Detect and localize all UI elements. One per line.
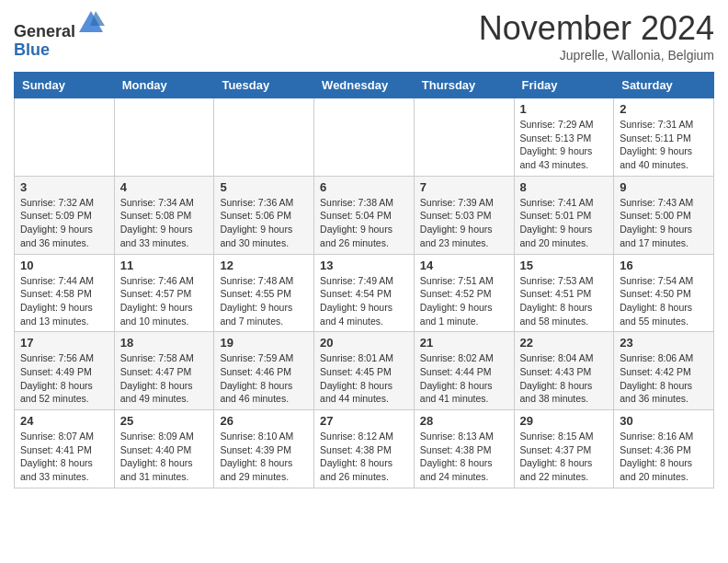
calendar-week-row: 24Sunrise: 8:07 AM Sunset: 4:41 PM Dayli… [15, 410, 714, 488]
day-info: Sunrise: 7:41 AM Sunset: 5:01 PM Dayligh… [520, 196, 609, 250]
day-info: Sunrise: 7:46 AM Sunset: 4:57 PM Dayligh… [120, 274, 209, 328]
day-number: 28 [420, 414, 508, 428]
day-number: 29 [520, 414, 609, 428]
table-row: 28Sunrise: 8:13 AM Sunset: 4:38 PM Dayli… [414, 410, 514, 488]
table-row: 25Sunrise: 8:09 AM Sunset: 4:40 PM Dayli… [114, 410, 214, 488]
table-row: 8Sunrise: 7:41 AM Sunset: 5:01 PM Daylig… [514, 176, 614, 254]
calendar-week-row: 10Sunrise: 7:44 AM Sunset: 4:58 PM Dayli… [15, 254, 714, 332]
day-info: Sunrise: 8:07 AM Sunset: 4:41 PM Dayligh… [20, 430, 108, 484]
calendar-week-row: 1Sunrise: 7:29 AM Sunset: 5:13 PM Daylig… [15, 98, 714, 177]
day-info: Sunrise: 7:32 AM Sunset: 5:09 PM Dayligh… [20, 196, 108, 250]
day-number: 13 [320, 259, 408, 272]
day-info: Sunrise: 7:43 AM Sunset: 5:00 PM Dayligh… [620, 196, 708, 250]
day-number: 19 [220, 336, 308, 350]
day-info: Sunrise: 8:16 AM Sunset: 4:36 PM Dayligh… [620, 430, 708, 484]
col-friday: Friday [514, 73, 614, 98]
table-row: 18Sunrise: 7:58 AM Sunset: 4:47 PM Dayli… [114, 332, 214, 410]
table-row: 7Sunrise: 7:39 AM Sunset: 5:03 PM Daylig… [414, 176, 514, 254]
table-row [114, 98, 214, 177]
table-row: 29Sunrise: 8:15 AM Sunset: 4:37 PM Dayli… [514, 410, 614, 488]
day-number: 9 [620, 180, 708, 194]
calendar-week-row: 3Sunrise: 7:32 AM Sunset: 5:09 PM Daylig… [15, 176, 714, 254]
table-row [314, 98, 415, 177]
table-row: 5Sunrise: 7:36 AM Sunset: 5:06 PM Daylig… [214, 176, 314, 254]
day-number: 26 [220, 414, 308, 428]
day-info: Sunrise: 8:10 AM Sunset: 4:39 PM Dayligh… [220, 430, 308, 484]
table-row [15, 98, 115, 177]
day-info: Sunrise: 7:58 AM Sunset: 4:47 PM Dayligh… [120, 351, 209, 406]
day-info: Sunrise: 7:51 AM Sunset: 4:52 PM Dayligh… [420, 274, 508, 328]
table-row: 15Sunrise: 7:53 AM Sunset: 4:51 PM Dayli… [514, 254, 614, 332]
day-number: 14 [420, 259, 508, 272]
day-info: Sunrise: 7:36 AM Sunset: 5:06 PM Dayligh… [220, 196, 308, 250]
day-info: Sunrise: 7:59 AM Sunset: 4:46 PM Dayligh… [220, 351, 308, 406]
day-info: Sunrise: 7:44 AM Sunset: 4:58 PM Dayligh… [20, 274, 108, 328]
table-row: 23Sunrise: 8:06 AM Sunset: 4:42 PM Dayli… [614, 332, 714, 410]
table-row: 22Sunrise: 8:04 AM Sunset: 4:43 PM Dayli… [514, 332, 614, 410]
day-number: 10 [20, 259, 108, 272]
day-info: Sunrise: 8:13 AM Sunset: 4:38 PM Dayligh… [420, 430, 508, 484]
day-info: Sunrise: 8:01 AM Sunset: 4:45 PM Dayligh… [320, 351, 408, 406]
col-tuesday: Tuesday [214, 73, 314, 98]
day-number: 18 [120, 336, 209, 350]
logo: General Blue [14, 9, 105, 60]
col-sunday: Sunday [15, 73, 115, 98]
table-row: 30Sunrise: 8:16 AM Sunset: 4:36 PM Dayli… [614, 410, 714, 488]
table-row: 13Sunrise: 7:49 AM Sunset: 4:54 PM Dayli… [314, 254, 415, 332]
day-number: 15 [520, 259, 609, 272]
logo-blue-text: Blue [14, 40, 50, 59]
table-row: 3Sunrise: 7:32 AM Sunset: 5:09 PM Daylig… [15, 176, 115, 254]
day-number: 16 [620, 259, 708, 272]
day-number: 23 [620, 336, 708, 350]
header: General Blue November 2024 Juprelle, Wal… [14, 9, 714, 63]
day-info: Sunrise: 8:04 AM Sunset: 4:43 PM Dayligh… [520, 351, 609, 406]
day-info: Sunrise: 7:49 AM Sunset: 4:54 PM Dayligh… [320, 274, 408, 328]
day-info: Sunrise: 7:29 AM Sunset: 5:13 PM Dayligh… [520, 118, 609, 172]
day-info: Sunrise: 7:39 AM Sunset: 5:03 PM Dayligh… [420, 196, 508, 250]
day-info: Sunrise: 7:48 AM Sunset: 4:55 PM Dayligh… [220, 274, 308, 328]
day-info: Sunrise: 7:56 AM Sunset: 4:49 PM Dayligh… [20, 351, 108, 406]
day-number: 30 [620, 414, 708, 428]
day-number: 1 [520, 102, 609, 116]
table-row: 24Sunrise: 8:07 AM Sunset: 4:41 PM Dayli… [15, 410, 115, 488]
day-number: 7 [420, 180, 508, 194]
day-number: 24 [20, 414, 108, 428]
day-number: 21 [420, 336, 508, 350]
day-number: 3 [20, 180, 108, 194]
table-row: 9Sunrise: 7:43 AM Sunset: 5:00 PM Daylig… [614, 176, 714, 254]
day-number: 25 [120, 414, 209, 428]
table-row: 14Sunrise: 7:51 AM Sunset: 4:52 PM Dayli… [414, 254, 514, 332]
day-number: 12 [220, 259, 308, 272]
day-info: Sunrise: 7:31 AM Sunset: 5:11 PM Dayligh… [620, 118, 708, 172]
col-monday: Monday [114, 73, 214, 98]
logo-icon [77, 9, 105, 37]
month-title: November 2024 [479, 9, 714, 48]
day-info: Sunrise: 8:15 AM Sunset: 4:37 PM Dayligh… [520, 430, 609, 484]
table-row: 6Sunrise: 7:38 AM Sunset: 5:04 PM Daylig… [314, 176, 415, 254]
day-number: 11 [120, 259, 209, 272]
day-info: Sunrise: 8:12 AM Sunset: 4:38 PM Dayligh… [320, 430, 408, 484]
table-row: 10Sunrise: 7:44 AM Sunset: 4:58 PM Dayli… [15, 254, 115, 332]
table-row [414, 98, 514, 177]
calendar-table: Sunday Monday Tuesday Wednesday Thursday… [14, 72, 714, 488]
day-number: 27 [320, 414, 408, 428]
table-row: 4Sunrise: 7:34 AM Sunset: 5:08 PM Daylig… [114, 176, 214, 254]
table-row: 1Sunrise: 7:29 AM Sunset: 5:13 PM Daylig… [514, 98, 614, 177]
table-row: 16Sunrise: 7:54 AM Sunset: 4:50 PM Dayli… [614, 254, 714, 332]
day-info: Sunrise: 7:34 AM Sunset: 5:08 PM Dayligh… [120, 196, 209, 250]
day-info: Sunrise: 8:02 AM Sunset: 4:44 PM Dayligh… [420, 351, 508, 406]
day-info: Sunrise: 7:38 AM Sunset: 5:04 PM Dayligh… [320, 196, 408, 250]
day-number: 6 [320, 180, 408, 194]
day-info: Sunrise: 8:09 AM Sunset: 4:40 PM Dayligh… [120, 430, 209, 484]
calendar-header-row: Sunday Monday Tuesday Wednesday Thursday… [15, 73, 714, 98]
day-number: 5 [220, 180, 308, 194]
main-container: General Blue November 2024 Juprelle, Wal… [0, 0, 728, 498]
table-row: 2Sunrise: 7:31 AM Sunset: 5:11 PM Daylig… [614, 98, 714, 177]
title-section: November 2024 Juprelle, Wallonia, Belgiu… [479, 9, 714, 63]
col-saturday: Saturday [614, 73, 714, 98]
table-row: 11Sunrise: 7:46 AM Sunset: 4:57 PM Dayli… [114, 254, 214, 332]
day-number: 4 [120, 180, 209, 194]
day-info: Sunrise: 8:06 AM Sunset: 4:42 PM Dayligh… [620, 351, 708, 406]
day-number: 20 [320, 336, 408, 350]
day-number: 2 [620, 102, 708, 116]
